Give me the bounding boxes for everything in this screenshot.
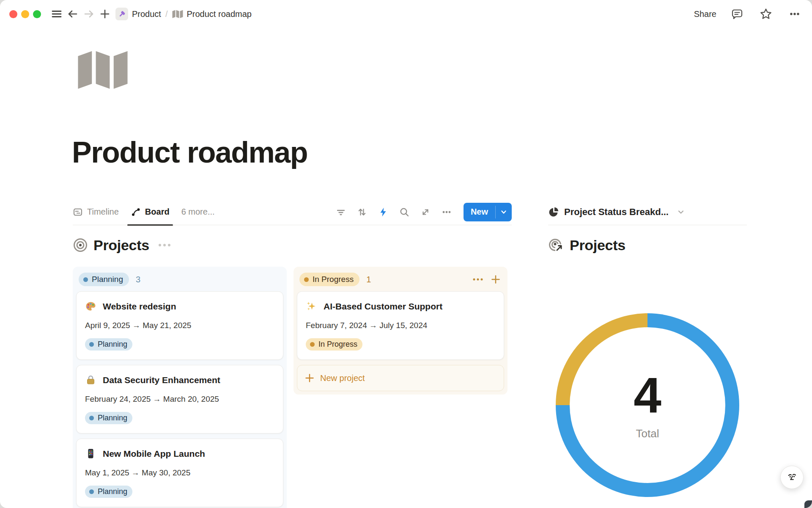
page-icon-map[interactable] xyxy=(77,49,129,90)
donut-total-label: Total xyxy=(636,427,659,440)
board-view-icon xyxy=(131,207,141,217)
new-record-button-group: New xyxy=(464,203,512,221)
column-options-icon[interactable] xyxy=(472,277,484,282)
star-icon xyxy=(760,8,772,20)
column-status-pill[interactable]: In Progress xyxy=(299,273,359,286)
target-icon xyxy=(73,237,88,253)
board-column-in-progress: In Progress 1 xyxy=(294,267,508,395)
card-status-tag: Planning xyxy=(85,338,132,351)
lock-icon xyxy=(85,374,96,386)
database-title[interactable]: Projects xyxy=(93,237,149,254)
page-title[interactable]: Product roadmap xyxy=(72,135,307,169)
chevron-down-icon xyxy=(500,208,508,216)
palette-icon xyxy=(85,301,96,312)
zoom-window-button[interactable] xyxy=(33,10,41,18)
column-status-pill[interactable]: Planning xyxy=(79,273,129,286)
project-card-ai-support[interactable]: AI-Based Customer Support February 7, 20… xyxy=(297,291,504,360)
tab-label: Board xyxy=(145,207,170,217)
tab-label: Timeline xyxy=(87,207,119,217)
card-date-range: February 7, 2024 → July 15, 2024 xyxy=(306,321,495,330)
new-project-button[interactable]: New project xyxy=(297,365,504,391)
filter-icon xyxy=(335,207,346,218)
card-date-range: February 24, 2025 → March 20, 2025 xyxy=(85,395,274,404)
mobile-phone-icon xyxy=(85,448,96,459)
comment-icon xyxy=(731,8,743,20)
status-dot xyxy=(83,277,88,282)
status-dot xyxy=(304,277,309,282)
database-title-row: Projects xyxy=(73,235,512,255)
map-icon xyxy=(172,9,183,19)
new-record-button[interactable]: New xyxy=(464,203,495,221)
back-button[interactable] xyxy=(65,6,81,22)
breadcrumb-separator: / xyxy=(165,9,168,19)
card-status-tag: In Progress xyxy=(306,338,362,351)
expand-button[interactable] xyxy=(418,204,433,220)
database-section: Timeline Board 6 more... xyxy=(73,199,512,508)
notion-ai-button[interactable] xyxy=(780,466,804,489)
status-dot xyxy=(89,342,94,347)
comments-button[interactable] xyxy=(729,6,745,22)
sort-icon xyxy=(357,207,368,218)
column-count: 3 xyxy=(136,275,140,284)
project-card-website-redesign[interactable]: Website redesign April 9, 2025 → May 21,… xyxy=(76,291,283,360)
plus-icon xyxy=(304,373,315,383)
chart-database-title[interactable]: Projects xyxy=(570,237,625,254)
status-donut-chart[interactable]: 4 Total xyxy=(556,313,739,497)
close-window-button[interactable] xyxy=(9,10,17,18)
card-status-tag: Planning xyxy=(85,412,132,424)
status-dot xyxy=(89,416,94,420)
breadcrumb: Product / Product roadmap xyxy=(115,8,252,20)
hammer-icon xyxy=(115,8,128,20)
more-options-button[interactable] xyxy=(787,6,803,22)
donut-total-value: 4 xyxy=(634,370,661,420)
window-topbar: Product / Product roadmap Share xyxy=(0,0,812,28)
column-header: Planning 3 xyxy=(76,270,283,291)
card-title: Data Security Enhancement xyxy=(103,375,220,385)
breadcrumb-item-product-roadmap[interactable]: Product roadmap xyxy=(172,9,252,19)
card-title: AI-Based Customer Support xyxy=(324,301,442,312)
view-options-button[interactable] xyxy=(439,204,454,220)
map-icon xyxy=(77,49,129,90)
forward-button[interactable] xyxy=(81,6,97,22)
new-record-dropdown-button[interactable] xyxy=(496,203,512,221)
search-button[interactable] xyxy=(397,204,412,220)
column-count: 1 xyxy=(366,275,371,284)
share-button[interactable]: Share xyxy=(694,9,716,19)
new-page-button[interactable] xyxy=(97,6,113,22)
column-actions xyxy=(472,274,501,284)
sort-button[interactable] xyxy=(354,204,370,220)
project-card-mobile-app[interactable]: New Mobile App Launch May 1, 2025 → May … xyxy=(76,439,283,507)
column-header: In Progress 1 xyxy=(297,270,504,291)
back-arrow-icon xyxy=(67,8,79,20)
plus-icon xyxy=(99,8,111,20)
notion-ai-face-icon xyxy=(786,471,798,484)
status-label: Planning xyxy=(92,275,123,284)
search-icon xyxy=(399,207,410,218)
donut-center: 4 Total xyxy=(556,313,739,497)
favorite-button[interactable] xyxy=(758,6,774,22)
ellipsis-icon xyxy=(441,207,452,218)
tab-board[interactable]: Board xyxy=(131,199,170,225)
chart-view-header[interactable]: Project Status Breakd... xyxy=(548,199,747,225)
traffic-lights xyxy=(9,10,41,18)
filter-button[interactable] xyxy=(333,204,348,220)
automations-button[interactable] xyxy=(376,204,391,220)
expand-arrows-icon xyxy=(420,207,431,218)
sidebar-toggle-button[interactable] xyxy=(49,6,65,22)
database-options-icon[interactable] xyxy=(157,242,172,248)
board-column-planning: Planning 3 Website redesign April 9, 202… xyxy=(73,267,287,508)
status-label: Planning xyxy=(98,340,127,349)
status-label: Planning xyxy=(98,414,127,422)
add-card-icon[interactable] xyxy=(491,274,501,284)
breadcrumb-item-product[interactable]: Product xyxy=(115,8,161,20)
more-views-button[interactable]: 6 more... xyxy=(181,207,215,217)
topbar-actions: Share xyxy=(694,6,803,22)
chart-view-title: Project Status Breakd... xyxy=(564,207,669,218)
card-title: Website redesign xyxy=(103,301,176,312)
card-date-range: May 1, 2025 → May 30, 2025 xyxy=(85,468,274,478)
project-card-data-security[interactable]: Data Security Enhancement February 24, 2… xyxy=(76,365,283,433)
lightning-bolt-icon xyxy=(378,207,389,218)
tab-timeline[interactable]: Timeline xyxy=(73,199,119,225)
minimize-window-button[interactable] xyxy=(21,10,29,18)
timeline-view-icon xyxy=(73,207,83,217)
